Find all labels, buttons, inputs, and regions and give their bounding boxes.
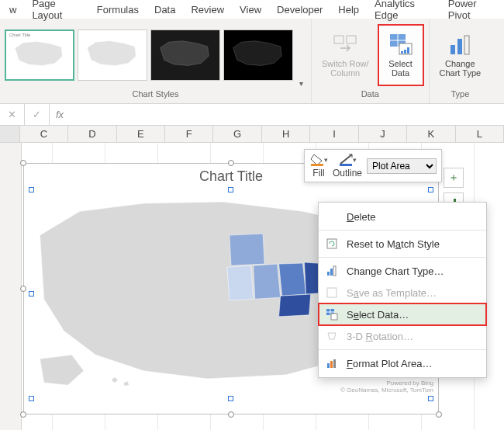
svg-rect-0 xyxy=(334,36,343,43)
chart-style-1[interactable]: Chart Title xyxy=(5,29,74,81)
col-f[interactable]: F xyxy=(165,126,213,142)
svg-rect-23 xyxy=(331,314,337,320)
reset-icon xyxy=(325,237,339,251)
svg-rect-15 xyxy=(327,239,337,248)
col-g[interactable]: G xyxy=(213,126,261,142)
row-headers[interactable] xyxy=(0,143,22,430)
svg-rect-18 xyxy=(333,266,336,276)
outline-icon xyxy=(338,153,355,167)
svg-rect-13 xyxy=(311,164,323,166)
svg-rect-16 xyxy=(327,272,330,276)
switch-row-icon xyxy=(333,33,357,57)
chart-element-selector[interactable]: Plot Area xyxy=(367,158,437,174)
outline-button[interactable]: ▾ Outline xyxy=(333,153,362,179)
svg-rect-19 xyxy=(327,288,337,297)
select-data-button[interactable]: Select Data xyxy=(378,24,424,86)
svg-rect-7 xyxy=(404,50,406,54)
cancel-icon[interactable]: ✕ xyxy=(0,104,25,125)
select-data-icon xyxy=(388,33,413,57)
chart-style-3[interactable] xyxy=(150,29,220,81)
tab-review[interactable]: Review xyxy=(183,2,232,18)
col-h[interactable]: H xyxy=(262,126,310,142)
menu-change-chart-type[interactable]: Change Chart Type… xyxy=(319,260,486,282)
section-label-data: Data xyxy=(361,88,379,100)
enter-icon[interactable]: ✓ xyxy=(25,104,50,125)
tab-view[interactable]: View xyxy=(232,2,269,18)
svg-rect-8 xyxy=(407,47,409,54)
ribbon: Chart Title ▾ Chart Styles Switch Row/ C… xyxy=(0,19,504,104)
chart-style-2[interactable] xyxy=(78,29,147,81)
menu-delete[interactable]: Delete xyxy=(319,206,486,227)
svg-rect-24 xyxy=(327,363,330,368)
tab-help[interactable]: Help xyxy=(330,2,367,18)
svg-rect-11 xyxy=(464,36,469,54)
svg-rect-6 xyxy=(401,51,403,54)
fill-icon xyxy=(309,153,326,167)
select-data-icon xyxy=(325,307,339,321)
svg-rect-17 xyxy=(330,269,333,276)
col-d[interactable]: D xyxy=(68,126,116,142)
format-icon xyxy=(325,356,339,370)
tab-formulas[interactable]: Formulas xyxy=(89,2,147,18)
svg-rect-1 xyxy=(347,36,356,43)
menu-reset-match-style[interactable]: Reset to Match Style xyxy=(319,233,486,255)
select-all-corner[interactable] xyxy=(0,126,20,142)
menu-select-data[interactable]: Select Data… xyxy=(319,303,486,325)
col-l[interactable]: L xyxy=(456,126,504,142)
tab-developer[interactable]: Developer xyxy=(269,2,330,18)
change-chart-type-icon xyxy=(447,33,472,57)
menu-save-template: Save as Template… xyxy=(319,282,486,303)
svg-rect-10 xyxy=(457,39,462,54)
col-e[interactable]: E xyxy=(117,126,165,142)
save-template-icon xyxy=(325,286,339,300)
section-label-styles: Chart Styles xyxy=(133,88,179,100)
col-j[interactable]: J xyxy=(359,126,407,142)
styles-more-icon[interactable]: ▾ xyxy=(296,79,306,88)
col-i[interactable]: I xyxy=(310,126,358,142)
col-c[interactable]: C xyxy=(20,126,68,142)
col-k[interactable]: K xyxy=(407,126,455,142)
svg-rect-14 xyxy=(340,164,352,166)
section-label-type: Type xyxy=(450,88,469,100)
mini-toolbar: ▾ Fill ▾ Outline Plot Area xyxy=(304,149,442,182)
svg-rect-9 xyxy=(450,45,455,54)
context-menu: Delete Reset to Match Style Change Chart… xyxy=(318,202,487,378)
column-headers: C D E F G H I J K L xyxy=(0,126,504,143)
tab-partial[interactable]: w xyxy=(2,2,24,18)
chart-type-icon xyxy=(325,264,339,278)
svg-rect-25 xyxy=(330,361,333,368)
ribbon-tabs: w Page Layout Formulas Data Review View … xyxy=(0,0,504,19)
rotation-icon xyxy=(325,329,339,343)
fx-label[interactable]: fx xyxy=(50,109,70,120)
tab-data[interactable]: Data xyxy=(147,2,183,18)
svg-rect-26 xyxy=(333,359,336,368)
change-chart-type-button[interactable]: Change Chart Type xyxy=(434,24,487,86)
menu-format-plot-area[interactable]: Format Plot Area… xyxy=(319,352,486,374)
formula-bar: ✕ ✓ fx xyxy=(0,104,504,126)
menu-3d-rotation: 3-D Rotation… xyxy=(319,325,486,347)
fill-button[interactable]: ▾ Fill xyxy=(309,153,328,179)
chart-style-4[interactable] xyxy=(223,29,293,81)
chart-elements-button[interactable]: ＋ xyxy=(444,168,464,188)
switch-row-column-button: Switch Row/ Column xyxy=(316,24,375,86)
